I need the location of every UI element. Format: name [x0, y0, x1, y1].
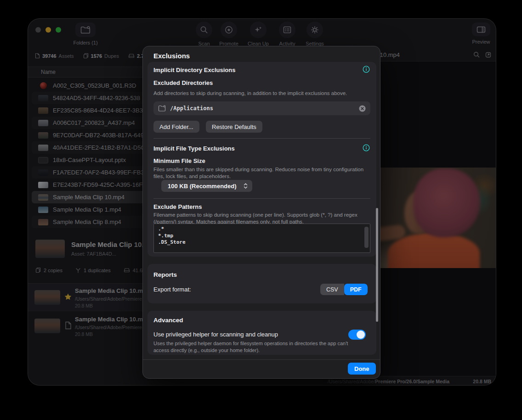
excluded-directories-label: Excluded Directories [153, 79, 213, 86]
duplicates-icon [83, 53, 89, 59]
file-name: A002_C305_0523UB_001.R3D [53, 82, 136, 89]
detail-stats: 2 copies 1 duplicates 41.6 MB [35, 267, 152, 273]
clean-up-sparkles-icon [254, 26, 262, 34]
folder-icon [158, 105, 166, 112]
minimum-file-size-description: Files smaller than this are skipped duri… [153, 166, 368, 180]
assets-stat: 39746 Assets [35, 53, 74, 59]
thumbnail [38, 194, 48, 201]
section-divider [153, 138, 370, 139]
reports-card: Reports Export format: CSV PDF [148, 264, 376, 303]
pattern-line: *.tmp [158, 233, 366, 240]
detail-thumbnail [35, 240, 65, 258]
open-external-icon[interactable] [485, 52, 491, 58]
thumbnail [38, 107, 48, 114]
minimum-file-size-value: 100 KB (Recommended) [168, 183, 243, 190]
privileged-helper-label: Use privileged helper for scanning and c… [153, 331, 278, 338]
close-window-button[interactable] [35, 27, 41, 33]
section-divider [153, 198, 370, 199]
preview-panel-icon [477, 26, 486, 33]
dupes-stat: 1576 Dupes [83, 53, 119, 59]
file-name: Sample Media Clip 8.mp4 [53, 218, 121, 225]
restore-defaults-button[interactable]: Restore Defaults [206, 121, 262, 133]
pattern-line: .* [158, 226, 366, 233]
toolbar-cleanup-button[interactable]: Clean Up [242, 22, 274, 46]
minimum-file-size-select[interactable]: 100 KB (Recommended) [161, 180, 252, 192]
duplicate-size: 20.8 MB [75, 303, 93, 308]
primary-star-icon [64, 293, 72, 301]
thumbnail [38, 95, 48, 101]
add-folder-button[interactable]: Add Folder... [153, 121, 199, 133]
thumbnail [38, 120, 48, 126]
exclusions-modal: Exclusions Implicit Directory Exclusions… [142, 46, 380, 379]
excluded-directory-path: /Applications [170, 105, 355, 112]
subject-shirt [388, 233, 480, 268]
pattern-line: .DS_Store [158, 239, 366, 246]
toolbar-preview-button[interactable]: Preview [463, 22, 496, 45]
modal-scrollbar[interactable] [376, 208, 378, 322]
thumbnail [38, 145, 48, 151]
done-button[interactable]: Done [348, 363, 376, 375]
assets-count: 39746 [42, 53, 57, 59]
remove-directory-icon[interactable] [359, 105, 366, 112]
implicit-directory-exclusions-label: Implicit Directory Exclusions [153, 67, 235, 73]
excluded-directories-description: Add directories to skip during scanning,… [153, 90, 368, 97]
csv-option[interactable]: CSV [320, 284, 344, 295]
exclude-patterns-label: Exclude Patterns [153, 203, 202, 210]
duplicate-thumbnail [34, 319, 60, 333]
toolbar-settings-button[interactable]: Settings [299, 22, 331, 46]
info-icon[interactable] [363, 144, 370, 151]
file-name: 9E7C0DAF-DB72-403B-817A-649 [53, 132, 144, 139]
file-name: EF235C85-86B4-4D24-8EE7-3B3 [53, 107, 143, 114]
toggle-knob [357, 330, 365, 339]
thumbnail [38, 157, 48, 163]
file-name: 40A41DEE-2FE2-41B2-B7A1-D5C3 [53, 144, 148, 151]
file-name: A006C017_200823_A437.mp4 [53, 119, 135, 126]
chevron-up-down-icon [243, 182, 248, 190]
exclude-patterns-textarea[interactable]: .* *.tmp .DS_Store [153, 224, 370, 253]
copies-icon [35, 267, 41, 273]
promote-star-icon [225, 26, 233, 34]
thumbnail [38, 207, 48, 213]
settings-gear-icon [311, 26, 319, 34]
file-path-prefix: /Users/Shared/Adobe/ [328, 379, 375, 384]
branch-icon [75, 268, 81, 273]
name-column-header: Name [41, 69, 56, 75]
privileged-helper-description: Uses the privileged helper daemon for fi… [153, 340, 360, 353]
export-format-segmented-control: CSV PDF [320, 284, 368, 295]
pdf-option-selected[interactable]: PDF [344, 284, 368, 295]
file-name: F1A7EDE7-0AF2-4B43-99EF-FB37 [53, 169, 148, 176]
exclusions-card: Implicit Directory Exclusions Excluded D… [148, 62, 376, 257]
toolbar-preview-label: Preview [463, 39, 496, 45]
scan-search-icon [200, 26, 208, 34]
library-stats-bar: 39746 Assets 1576 Dupes 2.77 GB [35, 53, 156, 59]
implicit-file-type-exclusions-label: Implicit File Type Exclusions [153, 145, 235, 152]
dupes-count: 1576 [91, 53, 102, 59]
preview-zoom-icon[interactable] [473, 51, 480, 58]
privileged-helper-toggle[interactable] [348, 330, 366, 340]
disk-icon [128, 53, 135, 58]
advanced-card: Advanced Use privileged helper for scann… [148, 311, 376, 355]
info-icon[interactable] [363, 66, 370, 73]
file-name: Sample Media Clip 10.mp4 [53, 194, 125, 201]
document-icon [35, 53, 40, 59]
file-name: 54824AD5-34FF-4B42-9236-538 [53, 95, 140, 101]
excluded-directory-entry: /Applications [153, 101, 370, 115]
thumbnail [38, 169, 48, 176]
assets-label: Assets [59, 53, 74, 59]
duplicate-size: 20.8 MB [75, 331, 93, 337]
thumbnail [38, 132, 48, 139]
footer-divider [143, 359, 380, 360]
duplicate-thumbnail [34, 290, 60, 305]
toolbar-folders-button[interactable]: Folders (1) [65, 22, 106, 45]
textarea-scrollbar[interactable] [364, 227, 369, 248]
file-document-icon [64, 321, 72, 330]
reports-label: Reports [153, 271, 177, 278]
file-name: 18x8-CasePPT-Layout.pptx [53, 157, 126, 163]
dupes-label: Dupes [104, 53, 119, 59]
zoom-window-button[interactable] [56, 27, 61, 33]
minimize-window-button[interactable] [45, 27, 51, 33]
thumbnail [38, 219, 48, 225]
toolbar-promote-button[interactable]: Promote [213, 22, 245, 46]
export-format-label: Export format: [153, 286, 191, 293]
disk-icon [124, 268, 130, 273]
